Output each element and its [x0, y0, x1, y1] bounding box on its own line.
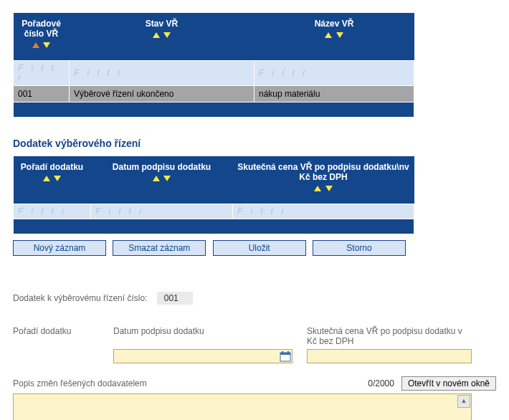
cell-stav: Výběrové řízení ukončeno — [70, 86, 255, 102]
sort-desc-icon[interactable] — [163, 32, 171, 38]
save-button[interactable]: Uložit — [213, 240, 306, 256]
col-skutecna-cena: Skutečná cena VŘ po podpisu dodatku\nv K… — [233, 156, 414, 204]
cancel-button[interactable]: Storno — [313, 240, 406, 256]
sort-desc-icon[interactable] — [325, 186, 333, 191]
sort-asc-icon[interactable] — [325, 32, 332, 38]
open-new-window-button[interactable]: Otevřít v novém okně — [401, 376, 496, 391]
filter-cell[interactable]: F i l t r — [255, 61, 414, 86]
ref-label: Dodatek k výběrovému řízení číslo: — [13, 293, 147, 303]
sort-asc-icon[interactable] — [43, 176, 50, 181]
filter-cell[interactable]: F i l t r — [14, 61, 70, 86]
col-datum-podpisu: Datum podpisu dodatku — [91, 156, 233, 204]
reference-line: Dodatek k výběrovému řízení číslo: 001 — [13, 292, 496, 305]
sort-desc-icon[interactable] — [336, 32, 343, 38]
section-title: Dodatek výběrového řízení — [13, 138, 496, 149]
col-stav: Stav VŘ — [70, 13, 255, 61]
filter-cell[interactable]: F i l t r — [233, 204, 414, 219]
datum-label: Datum podpisu dodatku — [113, 326, 292, 346]
poradi-label: Pořadí dodatku — [13, 326, 99, 346]
filter-cell[interactable]: F i l t r — [70, 61, 255, 86]
datum-input[interactable] — [113, 349, 292, 363]
filter-row[interactable]: F i l t r F i l t r F i l t r — [14, 204, 414, 219]
filter-row[interactable]: F i l t r F i l t r F i l t r — [14, 61, 414, 86]
table-row[interactable]: 001 Výběrové řízení ukončeno nákup mater… — [14, 86, 414, 102]
col-poradi-dodatku: Pořadí dodatku — [14, 156, 91, 204]
svg-rect-3 — [287, 351, 289, 353]
col-poradove: Pořadové číslo VŘ — [14, 13, 70, 61]
cell-nazev: nákup materiálu — [255, 86, 414, 102]
vr-table: Pořadové číslo VŘ Stav VŘ Název VŘ F i l… — [13, 13, 414, 118]
col-nazev: Název VŘ — [255, 13, 414, 61]
ref-value: 001 — [157, 292, 193, 305]
calendar-icon[interactable] — [280, 350, 291, 362]
cena-label: Skutečná cena VŘ po podpisu dodatku v Kč… — [307, 326, 472, 346]
svg-rect-2 — [282, 351, 283, 353]
sort-asc-icon[interactable] — [153, 176, 160, 181]
button-row: Nový záznam Smazat záznam Uložit Storno — [13, 240, 496, 256]
sort-asc-icon[interactable] — [32, 42, 39, 48]
sort-asc-icon[interactable] — [153, 32, 160, 38]
filter-cell[interactable]: F i l t r — [91, 204, 233, 219]
new-record-button[interactable]: Nový záznam — [13, 240, 106, 256]
sort-desc-icon[interactable] — [43, 42, 50, 48]
popis-label: Popis změn řešených dodavatelem — [13, 378, 147, 388]
filter-cell[interactable]: F i l t r — [14, 204, 91, 219]
scroll-up-icon[interactable]: ▲ — [457, 395, 470, 408]
sort-desc-icon[interactable] — [54, 176, 61, 181]
cell-num: 001 — [14, 86, 70, 102]
dodatek-table: Pořadí dodatku Datum podpisu dodatku Sku… — [13, 156, 414, 234]
delete-record-button[interactable]: Smazat záznam — [113, 240, 206, 256]
cena-input[interactable] — [307, 349, 472, 363]
char-counter: 0/2000 — [368, 378, 394, 388]
sort-desc-icon[interactable] — [163, 176, 171, 181]
table-footer-strip — [14, 219, 414, 234]
sort-asc-icon[interactable] — [314, 186, 321, 191]
popis-textarea[interactable] — [13, 393, 472, 420]
table-footer-strip — [14, 102, 414, 118]
